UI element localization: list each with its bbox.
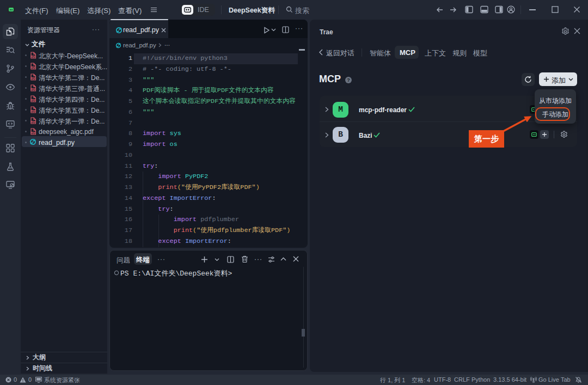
svg-text:PDF: PDF — [30, 99, 35, 102]
svg-text:PDF: PDF — [30, 66, 35, 69]
svg-text:PDF: PDF — [30, 121, 35, 124]
svg-text:?: ? — [347, 77, 350, 83]
svg-text:PDF: PDF — [30, 132, 35, 135]
svg-text:PDF: PDF — [30, 56, 35, 58]
svg-text:PDF: PDF — [30, 77, 35, 80]
svg-text:PDF: PDF — [30, 88, 35, 91]
svg-text:PDF: PDF — [30, 110, 35, 113]
